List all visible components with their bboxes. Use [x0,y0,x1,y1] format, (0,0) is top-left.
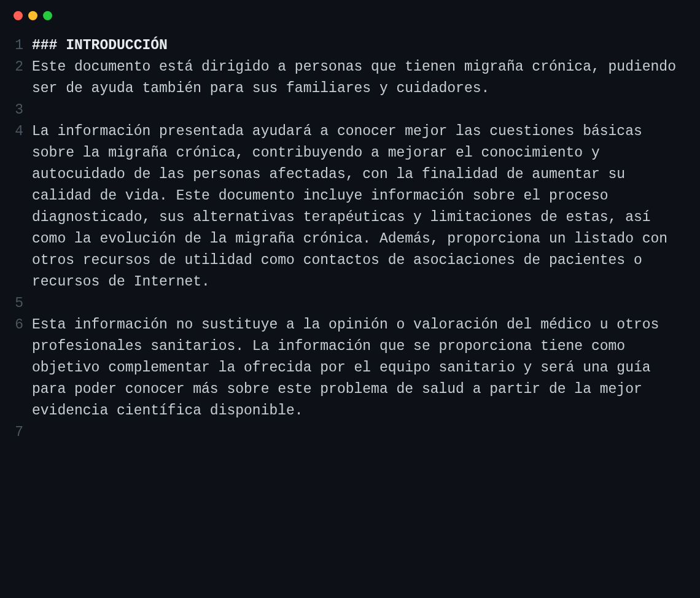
minimize-icon[interactable] [28,11,37,20]
titlebar [0,11,700,35]
editor-line: 1 ### INTRODUCCIÓN [0,35,683,56]
line-number: 2 [0,56,32,78]
editor-window: 1 ### INTRODUCCIÓN 2 Este documento está… [0,0,700,598]
line-number: 1 [0,35,32,56]
line-content[interactable]: La información presentada ayudará a cono… [32,121,683,293]
line-content[interactable]: Este documento está dirigido a personas … [32,56,683,99]
editor-line: 4 La información presentada ayudará a co… [0,121,683,293]
line-content[interactable]: Esta información no sustituye a la opini… [32,314,683,422]
close-icon[interactable] [14,11,23,20]
editor-area[interactable]: 1 ### INTRODUCCIÓN 2 Este documento está… [0,35,700,443]
line-number: 3 [0,99,32,121]
editor-line: 6 Esta información no sustituye a la opi… [0,314,683,422]
editor-line: 5 [0,293,683,314]
line-number: 6 [0,314,32,336]
line-content[interactable]: ### INTRODUCCIÓN [32,35,683,56]
line-number: 4 [0,121,32,142]
line-number: 5 [0,293,32,314]
editor-line: 7 [0,422,683,443]
editor-line: 3 [0,99,683,121]
line-number: 7 [0,422,32,443]
maximize-icon[interactable] [43,11,52,20]
editor-line: 2 Este documento está dirigido a persona… [0,56,683,99]
